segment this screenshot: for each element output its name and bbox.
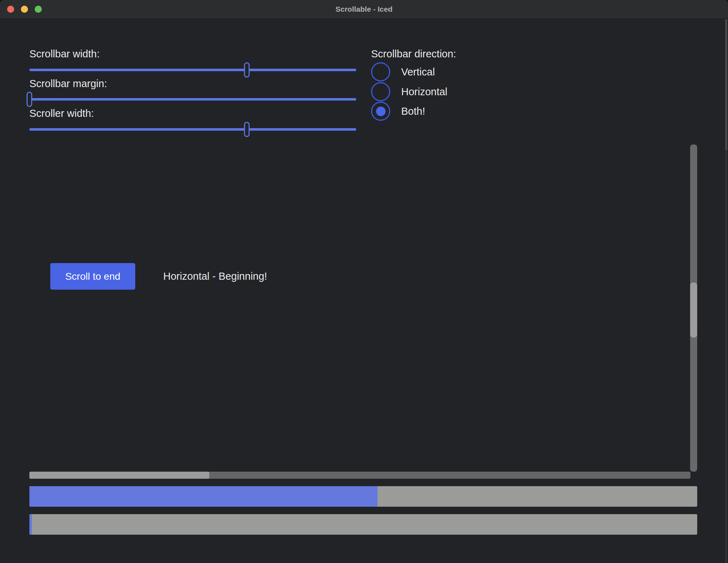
scrollbar-direction-heading: Scrollbar direction: — [371, 48, 456, 60]
scroll-to-end-button[interactable]: Scroll to end — [50, 263, 135, 290]
scrollbar-margin-slider[interactable] — [29, 92, 356, 107]
scroll-status-text: Horizontal - Beginning! — [163, 263, 267, 290]
radio-dot — [376, 107, 386, 116]
vertical-scrollbar-thumb[interactable] — [690, 283, 697, 337]
slider-rail[interactable] — [29, 98, 356, 101]
titlebar: Scrollable - Iced — [0, 0, 728, 19]
radio-circle-icon[interactable] — [371, 62, 390, 81]
slider-handle[interactable] — [27, 92, 32, 107]
scrollbar-margin-label: Scrollbar margin: — [29, 78, 107, 90]
slider-rail[interactable] — [29, 69, 356, 71]
vertical-progress-bar — [29, 514, 697, 535]
progress-fill — [29, 514, 32, 535]
window-scrollbar-thumb[interactable] — [725, 19, 727, 150]
progress-fill — [29, 486, 377, 507]
horizontal-scrollbar-rail[interactable] — [29, 472, 690, 479]
radio-circle-icon[interactable] — [371, 102, 390, 121]
radio-label-both: Both! — [401, 102, 425, 121]
window-title: Scrollable - Iced — [0, 0, 728, 18]
radio-label-horizontal: Horizontal — [401, 82, 448, 101]
horizontal-progress-bar — [29, 486, 697, 507]
horizontal-scrollbar-thumb[interactable] — [29, 472, 209, 479]
radio-circle-icon[interactable] — [371, 82, 390, 101]
radio-label-vertical: Vertical — [401, 62, 435, 81]
window-scrollbar-rail[interactable] — [725, 19, 727, 563]
app-window: Scrollable - Iced Scrollbar width: Scrol… — [0, 0, 728, 563]
slider-handle[interactable] — [244, 62, 250, 78]
scrollbar-width-slider[interactable] — [29, 62, 356, 78]
scrollbar-width-label: Scrollbar width: — [29, 48, 99, 60]
slider-handle[interactable] — [244, 122, 250, 137]
slider-rail[interactable] — [29, 128, 356, 131]
scroller-width-label: Scroller width: — [29, 108, 94, 119]
vertical-scrollbar-rail[interactable] — [690, 144, 697, 472]
scroller-width-slider[interactable] — [29, 122, 356, 137]
